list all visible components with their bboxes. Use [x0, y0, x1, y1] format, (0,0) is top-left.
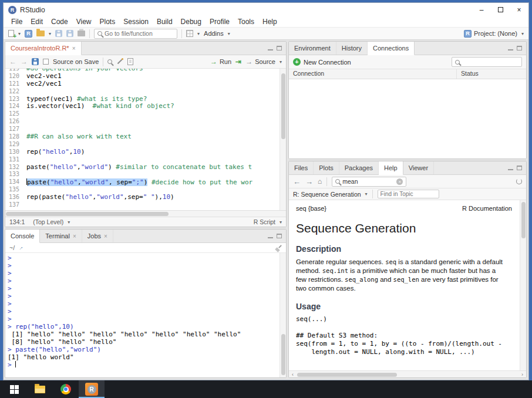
line-number: 121: [5, 80, 26, 88]
maximize-pane-icon[interactable]: [517, 46, 522, 50]
clear-console-icon[interactable]: [275, 245, 282, 251]
menu-item-edit[interactable]: Edit: [26, 18, 47, 26]
back-icon[interactable]: ←: [293, 178, 301, 185]
help-search-input[interactable]: [342, 178, 394, 185]
minimize-pane-icon[interactable]: [508, 166, 513, 170]
column-status[interactable]: Status: [457, 69, 526, 79]
save-icon[interactable]: [32, 58, 39, 65]
menu-item-plots[interactable]: Plots: [96, 18, 120, 26]
menu-item-profile[interactable]: Profile: [206, 18, 234, 26]
clear-search-icon[interactable]: ×: [396, 178, 403, 185]
menu-item-view[interactable]: View: [72, 18, 96, 26]
scope-selector[interactable]: (Top Level)▾: [33, 218, 70, 225]
scrollbar-thumb[interactable]: [281, 73, 285, 139]
maximize-button[interactable]: [491, 3, 510, 16]
scrollbar-thumb[interactable]: [6, 212, 169, 216]
open-file-button[interactable]: ▾: [36, 31, 51, 36]
maximize-pane-icon[interactable]: [277, 234, 282, 238]
minimize-pane-icon[interactable]: [268, 46, 273, 50]
menu-item-file[interactable]: File: [7, 18, 26, 26]
scroll-left-icon[interactable]: ‹: [289, 372, 297, 377]
tab-environment[interactable]: Environment: [289, 42, 336, 55]
close-button[interactable]: ×: [510, 3, 528, 16]
line-number: 135: [5, 186, 26, 194]
find-in-topic-input[interactable]: [378, 190, 439, 198]
minimize-pane-icon[interactable]: [268, 234, 273, 238]
refresh-icon[interactable]: [516, 178, 522, 184]
pane-layout-button[interactable]: ▾: [186, 30, 200, 37]
rstudio-taskbar-button[interactable]: R: [79, 380, 105, 398]
source-on-save-checkbox[interactable]: [43, 59, 49, 65]
close-icon[interactable]: ×: [72, 45, 76, 52]
compile-report-icon[interactable]: [127, 58, 133, 65]
minimize-pane-icon[interactable]: [508, 46, 513, 50]
chevron-down-icon: ▾: [521, 31, 524, 36]
tab-packages[interactable]: Packages: [339, 161, 379, 174]
close-icon[interactable]: ×: [104, 233, 107, 240]
find-replace-icon[interactable]: [107, 59, 112, 64]
tab-packages-label: Packages: [345, 164, 373, 171]
close-icon[interactable]: ×: [73, 233, 76, 240]
tab-files[interactable]: Files: [289, 161, 314, 174]
new-project-button[interactable]: R: [25, 30, 32, 38]
console-line: [1] "hello world": [8, 353, 277, 361]
scrollbar-thumb[interactable]: [521, 202, 526, 238]
column-connection[interactable]: Connection: [289, 69, 457, 79]
menu-item-build[interactable]: Build: [153, 18, 177, 26]
menu-item-tools[interactable]: Tools: [234, 18, 258, 26]
line-number: 129: [5, 141, 26, 149]
tab-console[interactable]: Console: [5, 230, 40, 243]
tab-plots[interactable]: Plots: [314, 161, 339, 174]
maximize-pane-icon[interactable]: [517, 166, 522, 170]
back-icon[interactable]: ←: [9, 58, 16, 65]
titlebar[interactable]: R RStudio – ×: [4, 3, 528, 16]
new-file-button[interactable]: ▾: [8, 30, 21, 37]
chrome-button[interactable]: [53, 380, 79, 398]
console-line: >: [8, 285, 277, 292]
scrollbar-thumb[interactable]: [281, 334, 285, 375]
code-editor[interactable]: 119#do operations in your vectors120vec2…: [5, 69, 286, 210]
scroll-right-icon[interactable]: ›: [518, 372, 526, 377]
tab-courseraintrotor[interactable]: CourseraIntrotoR.R* ×: [5, 42, 82, 55]
file-explorer-button[interactable]: [27, 380, 53, 398]
start-button[interactable]: [1, 380, 27, 398]
forward-icon[interactable]: →: [21, 58, 28, 65]
source-icon: →: [245, 58, 252, 65]
tab-terminal[interactable]: Terminal×: [40, 230, 82, 242]
tab-jobs[interactable]: Jobs×: [82, 230, 113, 242]
file-type-selector[interactable]: R Script▾: [254, 218, 282, 225]
forward-icon[interactable]: →: [305, 178, 313, 185]
console-body[interactable]: > > > > > > > > > > rep("hello",10) [1] …: [5, 253, 286, 377]
source-file-button[interactable]: →Source▾: [245, 58, 282, 65]
project-selector[interactable]: RProject: (None)▾: [464, 30, 524, 38]
menu-item-help[interactable]: Help: [258, 18, 281, 26]
rerun-icon[interactable]: ⇥: [235, 58, 241, 65]
menu-item-code[interactable]: Code: [47, 18, 72, 26]
save-button[interactable]: [55, 30, 62, 37]
addins-button[interactable]: Addins▾: [204, 30, 230, 37]
print-button[interactable]: [78, 31, 85, 36]
menu-item-debug[interactable]: Debug: [177, 18, 206, 26]
new-connection-button[interactable]: + New Connection: [293, 58, 351, 66]
open-directory-icon[interactable]: →: [16, 244, 25, 252]
goto-file-input[interactable]: [105, 30, 174, 37]
line-number: 123: [5, 96, 26, 103]
run-button[interactable]: →Run: [210, 58, 231, 65]
code-line: 119#do operations in your vectors: [5, 69, 280, 73]
tab-help[interactable]: Help: [379, 161, 403, 175]
tab-history[interactable]: History: [336, 42, 368, 55]
save-all-button[interactable]: [66, 30, 73, 37]
code-line: 131: [5, 156, 280, 164]
tab-connections[interactable]: Connections: [368, 42, 415, 55]
menu-item-session[interactable]: Session: [119, 18, 153, 26]
tab-viewer[interactable]: Viewer: [403, 161, 434, 174]
connection-search-input[interactable]: [462, 59, 518, 66]
line-number: 126: [5, 118, 26, 126]
code-tools-icon[interactable]: [116, 58, 123, 65]
home-icon[interactable]: ⌂: [318, 178, 322, 185]
scrollbar-thumb[interactable]: [297, 373, 397, 377]
run-label: Run: [220, 58, 231, 65]
help-topic-selector[interactable]: R: Sequence Generation▾: [293, 191, 368, 198]
minimize-button[interactable]: –: [472, 3, 491, 16]
maximize-pane-icon[interactable]: [277, 46, 282, 50]
